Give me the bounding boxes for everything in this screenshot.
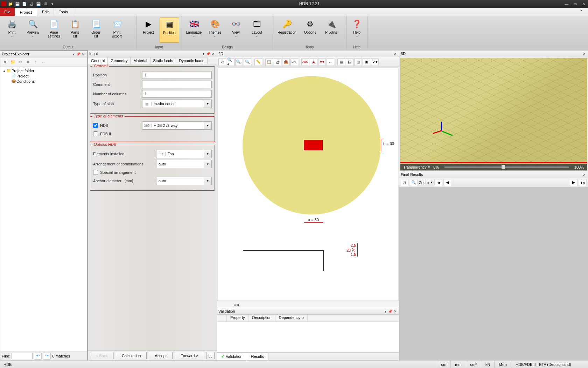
save-icon[interactable]: 💾	[15, 1, 20, 7]
zoom-window-icon[interactable]: 🔍	[244, 58, 251, 66]
chevron-down-icon[interactable]: ▼	[204, 100, 211, 108]
print-button[interactable]: 🖨️Print▾	[2, 18, 22, 43]
chevron-down-icon[interactable]: ▼	[204, 160, 211, 168]
panel-pin-icon[interactable]: 📌	[206, 52, 211, 56]
grid4-icon[interactable]: ▣	[363, 58, 370, 66]
new-position-icon[interactable]: ✳	[1, 59, 8, 66]
unit-mm[interactable]: mm	[450, 361, 465, 368]
find-input[interactable]	[12, 353, 33, 359]
validation-tab[interactable]: ✔Validation	[217, 353, 247, 360]
delete-icon[interactable]: ✖	[24, 59, 31, 66]
accept-button[interactable]: Accept	[149, 352, 173, 359]
moveup-icon[interactable]: ↕	[32, 59, 39, 66]
panel-pin-icon[interactable]: 📌	[388, 309, 393, 313]
print-icon[interactable]: 🖨	[401, 179, 408, 186]
find-prev-button[interactable]: ↶	[34, 353, 42, 360]
save2-icon[interactable]: 💾	[36, 1, 41, 7]
tree-root[interactable]: ◢ 📁 Project folder	[2, 68, 86, 73]
canvas-3d[interactable]: Transparency = 0% 100%	[400, 58, 587, 171]
find-next-button[interactable]: ↷	[43, 353, 51, 360]
view-button[interactable]: 👓View▾	[226, 18, 246, 43]
copy-icon[interactable]: ✂	[17, 59, 24, 66]
anchor-select[interactable]: auto▼	[156, 177, 212, 185]
unit-knm[interactable]: kNm	[494, 361, 511, 368]
chevron-down-icon[interactable]: ▼	[204, 150, 211, 158]
calculation-button[interactable]: Calculation	[116, 352, 147, 359]
fdb-checkbox-row[interactable]: FDB II	[93, 131, 142, 136]
unit-cm2[interactable]: cm²	[466, 361, 481, 368]
panel-dropdown-icon[interactable]: ▾	[71, 52, 76, 56]
tree-item-conditions[interactable]: 📦 Conditions	[11, 79, 86, 84]
hdb-checkbox[interactable]	[93, 123, 98, 128]
file-menu[interactable]: File	[0, 8, 15, 16]
folder-icon[interactable]: 📁	[9, 59, 16, 66]
copy-icon[interactable]: 📋	[265, 58, 273, 66]
special-checkbox-row[interactable]: Special arrangement	[93, 170, 142, 175]
zoom-icon[interactable]: 🔍	[410, 179, 418, 186]
position-button[interactable]: ▦Position	[160, 18, 179, 43]
tree-item-project[interactable]: 📄 Project	[11, 73, 86, 79]
slab-select[interactable]: ▤In-situ concr.▼	[142, 100, 212, 108]
layout-button[interactable]: 🗔Layout▾	[247, 18, 267, 43]
first-page-icon[interactable]: ⏮	[434, 179, 442, 186]
tab-tools[interactable]: Tools	[54, 8, 73, 16]
hdb-type-select[interactable]: 2&3HDB 2-/3-way▼	[142, 121, 212, 130]
measure-icon[interactable]: 📏	[254, 58, 262, 66]
panel-close-icon[interactable]: ✕	[81, 52, 86, 56]
expand-icon[interactable]: ⛶	[206, 352, 215, 359]
doc-icon[interactable]: 📄	[22, 1, 27, 7]
prev-page-icon[interactable]: ◀	[443, 179, 451, 186]
panel-dropdown-icon[interactable]: ▾	[201, 52, 206, 56]
project-tree[interactable]: ◢ 📁 Project folder 📄 Project 📦 Condition…	[0, 67, 87, 352]
parts-list-button[interactable]: 📋Parts list	[65, 18, 85, 43]
back-button[interactable]: < Back	[90, 352, 114, 359]
transparency-slider[interactable]	[444, 166, 569, 168]
chevron-down-icon[interactable]: ▼	[204, 177, 211, 185]
forward-button[interactable]: Forward >	[175, 352, 204, 359]
plugins-button[interactable]: 🔌PlugIns	[321, 18, 341, 43]
arrange-select[interactable]: auto▼	[156, 160, 212, 168]
folder-icon[interactable]: 📁	[8, 1, 13, 7]
font-dec-icon[interactable]: A▾	[318, 58, 326, 66]
preview-button[interactable]: 🔍Preview▾	[23, 18, 43, 43]
maximize-button[interactable]: ▭	[572, 2, 578, 6]
grid2-icon[interactable]: ▤	[346, 58, 354, 66]
panel-dropdown-icon[interactable]: ▾	[383, 309, 388, 313]
zoom-in-icon[interactable]: 🔍+	[227, 58, 234, 66]
text-icon[interactable]: ABC	[301, 58, 309, 66]
zoom-out-icon[interactable]: 🔍-	[235, 58, 243, 66]
dxf-icon[interactable]: DXF	[290, 58, 298, 66]
position-input[interactable]	[142, 71, 212, 79]
expand-icon[interactable]: ◢	[2, 69, 6, 73]
zoom-fit-icon[interactable]: ⤢	[218, 58, 226, 66]
tab-geometry[interactable]: Geometry	[107, 57, 131, 64]
col-description[interactable]: Description	[249, 315, 275, 321]
order-list-button[interactable]: 📃Order list	[86, 18, 106, 43]
options-button[interactable]: ⚙Options	[300, 18, 320, 43]
chevron-down-icon[interactable]: ▼	[204, 122, 211, 129]
font-icon[interactable]: A	[310, 58, 317, 66]
panel-pin-icon[interactable]: 📌	[76, 52, 81, 56]
panel-close-icon[interactable]: ✕	[393, 52, 398, 56]
hdb-checkbox-row[interactable]: HDB	[93, 123, 142, 128]
grid3-icon[interactable]: ▥	[354, 58, 362, 66]
col-property[interactable]: Property	[227, 315, 249, 321]
print-icon[interactable]: 🖨	[274, 58, 281, 66]
special-checkbox[interactable]	[93, 170, 98, 175]
themes-button[interactable]: 🎨Themes▾	[205, 18, 225, 43]
col-dependency[interactable]: Dependency p	[275, 315, 308, 321]
chevron-down-icon[interactable]: ▼	[430, 181, 433, 184]
page-settings-button[interactable]: 📄Page settings	[44, 18, 64, 43]
validation-body[interactable]	[217, 322, 399, 352]
language-button[interactable]: 🇬🇧Language▾	[184, 18, 204, 43]
dim-toggle-icon[interactable]: ↔	[327, 58, 334, 66]
settings-icon[interactable]: ✔▾	[371, 58, 379, 66]
installed-select[interactable]: ⫶⫶⫶Top▼	[156, 150, 212, 158]
movedown-icon[interactable]: ↔	[40, 59, 47, 66]
results-body[interactable]	[399, 187, 588, 360]
results-tab[interactable]: Results	[247, 353, 269, 360]
panel-close-icon[interactable]: ✕	[582, 173, 587, 177]
tab-general[interactable]: General	[88, 57, 108, 64]
project-button[interactable]: ▶Project	[139, 18, 158, 43]
tab-edit[interactable]: Edit	[37, 8, 54, 16]
